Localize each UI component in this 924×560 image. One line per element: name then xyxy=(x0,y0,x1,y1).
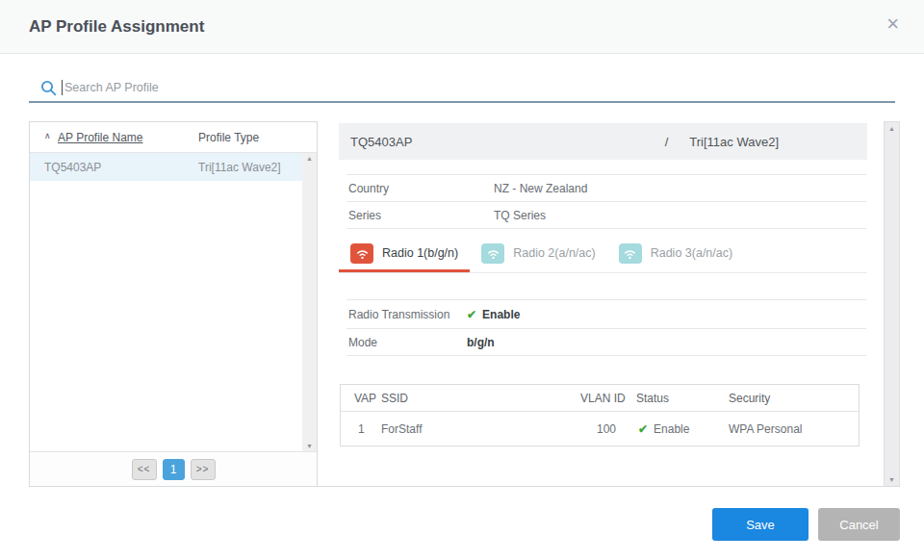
wifi-icon xyxy=(481,243,504,264)
detail-scrollbar[interactable]: ▲ ▼ xyxy=(884,121,900,487)
field-label: Radio Transmission xyxy=(346,308,467,321)
content-divider xyxy=(29,486,900,487)
profile-detail-content: TQ5403AP / Tri[11ac Wave2] Country NZ - … xyxy=(339,121,867,446)
scroll-down-icon[interactable]: ▼ xyxy=(302,443,317,449)
profile-list-row[interactable]: TQ5403AP Tri[11ac Wave2] xyxy=(30,153,317,181)
column-header-profile-type: Profile Type xyxy=(198,131,259,144)
vap-cell: 1 xyxy=(341,422,381,436)
column-header-vlan-id: VLAN ID xyxy=(577,392,636,405)
dialog-titlebar: AP Profile Assignment × xyxy=(0,0,924,54)
field-row-country: Country NZ - New Zealand xyxy=(346,175,866,202)
save-button[interactable]: Save xyxy=(712,508,808,541)
column-header-ap-profile-name[interactable]: AP Profile Name xyxy=(58,131,142,144)
field-value: NZ - New Zealand xyxy=(494,182,587,195)
profile-detail-panel: TQ5403AP / Tri[11ac Wave2] Country NZ - … xyxy=(339,121,900,487)
search-bar xyxy=(29,73,895,103)
detail-profile-type: Tri[11ac Wave2] xyxy=(689,135,779,149)
tab-label: Radio 1(b/g/n) xyxy=(382,246,458,260)
tab-label: Radio 3(a/n/ac) xyxy=(651,246,732,260)
field-value: Enable xyxy=(482,308,520,321)
field-value: b/g/n xyxy=(467,336,495,349)
detail-header-bar: TQ5403AP / Tri[11ac Wave2] xyxy=(339,123,867,160)
field-label: Series xyxy=(346,209,494,222)
dialog-title: AP Profile Assignment xyxy=(29,17,204,37)
sort-asc-icon[interactable]: ∧ xyxy=(44,131,51,140)
tab-radio-1[interactable]: Radio 1(b/g/n) xyxy=(339,237,470,272)
tab-radio-3[interactable]: Radio 3(a/n/ac) xyxy=(607,237,744,272)
status-text: Enable xyxy=(654,422,689,436)
column-header-status: Status xyxy=(636,392,729,405)
pagination-prev-button[interactable]: << xyxy=(132,459,157,480)
field-value: TQ Series xyxy=(494,209,546,222)
profile-list-scrollbar[interactable]: ▲ ▼ xyxy=(302,153,317,451)
vap-table-row[interactable]: 1 ForStaff 100 ✔ Enable WPA Personal xyxy=(341,412,859,445)
profile-list-header: ∧ AP Profile Name Profile Type xyxy=(30,122,317,153)
scroll-down-icon[interactable]: ▼ xyxy=(885,476,899,483)
profile-type-cell: Tri[11ac Wave2] xyxy=(198,161,281,174)
wifi-icon xyxy=(619,243,642,264)
vlan-id-cell: 100 xyxy=(577,422,636,436)
detail-separator: / xyxy=(665,135,669,149)
radio-settings: Radio Transmission ✔ Enable Mode b/g/n xyxy=(346,299,866,356)
cancel-button[interactable]: Cancel xyxy=(818,508,900,541)
vap-table: VAP SSID VLAN ID Status Security 1 ForSt… xyxy=(340,384,860,446)
profile-name-cell: TQ5403AP xyxy=(44,161,101,174)
detail-profile-name: TQ5403AP xyxy=(339,135,412,149)
field-label: Country xyxy=(346,182,494,195)
wifi-icon xyxy=(350,243,373,264)
column-header-security: Security xyxy=(729,392,859,405)
profile-list-panel: ∧ AP Profile Name Profile Type TQ5403AP … xyxy=(29,121,318,487)
scroll-up-icon[interactable]: ▲ xyxy=(302,155,317,162)
status-cell: ✔ Enable xyxy=(636,422,729,436)
ssid-cell: ForStaff xyxy=(381,422,577,436)
profile-list-body: TQ5403AP Tri[11ac Wave2] ▲ ▼ xyxy=(30,153,317,451)
tab-label: Radio 2(a/n/ac) xyxy=(513,246,595,260)
pagination: << 1 >> xyxy=(30,451,317,486)
radio-tabs: Radio 1(b/g/n) Radio 2(a/n/ac) xyxy=(339,237,867,273)
field-row-radio-transmission: Radio Transmission ✔ Enable xyxy=(346,300,866,329)
check-icon: ✔ xyxy=(467,308,476,321)
pagination-next-button[interactable]: >> xyxy=(191,459,216,480)
check-icon: ✔ xyxy=(638,422,648,436)
close-icon[interactable]: × xyxy=(886,13,899,35)
text-cursor xyxy=(62,80,63,95)
field-row-series: Series TQ Series xyxy=(346,202,866,229)
scroll-up-icon[interactable]: ▲ xyxy=(885,125,899,132)
tab-radio-2[interactable]: Radio 2(a/n/ac) xyxy=(470,237,606,272)
search-input[interactable] xyxy=(64,75,891,100)
detail-fields: Country NZ - New Zealand Series TQ Serie… xyxy=(346,174,866,229)
vap-table-header: VAP SSID VLAN ID Status Security xyxy=(341,385,859,412)
column-header-vap: VAP xyxy=(341,392,381,405)
ap-profile-assignment-dialog: AP Profile Assignment × ∧ AP Profile Nam… xyxy=(0,0,924,560)
security-cell: WPA Personal xyxy=(729,422,859,436)
field-label: Mode xyxy=(346,336,467,349)
pagination-page-1-button[interactable]: 1 xyxy=(163,459,185,480)
column-header-ssid: SSID xyxy=(381,392,577,405)
search-icon xyxy=(40,80,57,96)
field-row-mode: Mode b/g/n xyxy=(346,329,866,356)
